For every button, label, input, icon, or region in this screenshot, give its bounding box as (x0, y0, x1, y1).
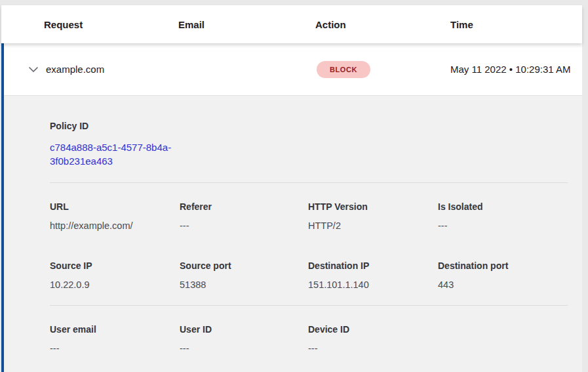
detail-field-user-email: User email --- (50, 323, 180, 354)
field-value: 10.22.0.9 (50, 279, 180, 291)
block-badge: BLOCK (317, 61, 370, 78)
field-label: Is Isolated (438, 200, 568, 213)
divider (50, 305, 568, 306)
field-value: --- (438, 220, 568, 232)
detail-field-http-version: HTTP Version HTTP/2 (308, 200, 438, 232)
request-cell: example.com (4, 64, 178, 75)
expanded-row-group: example.com BLOCK May 11 2022 • 10:29:31… (1, 43, 582, 372)
detail-row-network: Source IP 10.22.0.9 Source port 51388 De… (50, 259, 568, 291)
field-label: HTTP Version (308, 200, 438, 213)
chevron-down-icon[interactable] (29, 67, 38, 72)
field-value: 443 (438, 279, 568, 291)
field-value: 151.101.1.140 (308, 279, 438, 291)
field-value: --- (308, 342, 438, 354)
detail-field-destination-ip: Destination IP 151.101.1.140 (308, 259, 438, 291)
divider (50, 182, 568, 183)
time-value: May 11 2022 • 10:29:31 AM (450, 62, 582, 77)
detail-field-empty (438, 323, 568, 354)
detail-field-is-isolated: Is Isolated --- (438, 200, 568, 232)
field-label: URL (50, 200, 180, 213)
field-value: HTTP/2 (308, 220, 438, 232)
field-label: Device ID (308, 323, 438, 336)
request-value: example.com (46, 64, 104, 75)
detail-row-user: User email --- User ID --- Device ID --- (50, 323, 568, 354)
column-header-action: Action (315, 19, 450, 30)
policy-id-label: Policy ID (50, 119, 568, 133)
field-label: User email (50, 323, 180, 336)
field-label: Referer (180, 200, 308, 213)
column-header-email: Email (178, 19, 315, 30)
detail-field-url: URL http://example.com/ (50, 200, 180, 232)
column-header-request: Request (44, 19, 178, 30)
log-table-card: Request Email Action Time example.com BL… (1, 5, 582, 372)
table-header: Request Email Action Time (1, 5, 582, 43)
detail-field-referer: Referer --- (180, 200, 308, 232)
field-value: 51388 (180, 279, 308, 291)
field-label: User ID (180, 323, 308, 336)
table-row[interactable]: example.com BLOCK May 11 2022 • 10:29:31… (4, 43, 582, 96)
field-value: --- (180, 220, 308, 232)
field-label: Destination port (438, 259, 568, 272)
action-cell: BLOCK (315, 61, 450, 78)
field-value: --- (180, 342, 308, 354)
detail-field-user-id: User ID --- (180, 323, 308, 354)
detail-field-source-ip: Source IP 10.22.0.9 (50, 259, 180, 291)
detail-field-device-id: Device ID --- (308, 323, 438, 354)
detail-field-destination-port: Destination port 443 (438, 259, 568, 291)
field-value: http://example.com/ (50, 220, 180, 232)
column-header-time: Time (450, 19, 582, 30)
detail-field-source-port: Source port 51388 (180, 259, 308, 291)
policy-id-link[interactable]: c784a888-a5c1-4577-8b4a-3f0b231ea463 (50, 140, 185, 168)
detail-row-http: URL http://example.com/ Referer --- HTTP… (50, 200, 568, 232)
request-details-panel: Policy ID c784a888-a5c1-4577-8b4a-3f0b23… (4, 96, 582, 372)
field-label: Source port (180, 259, 308, 272)
field-value: --- (50, 342, 180, 354)
field-label: Destination IP (308, 259, 438, 272)
policy-section: Policy ID c784a888-a5c1-4577-8b4a-3f0b23… (50, 119, 568, 168)
field-label: Source IP (50, 259, 180, 272)
